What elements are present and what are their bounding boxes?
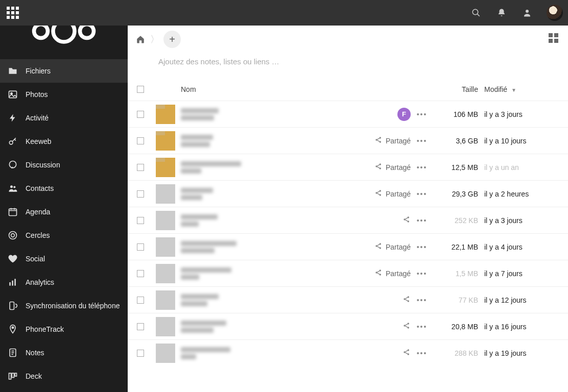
breadcrumb-separator: 〉 [150, 33, 159, 45]
file-row[interactable]: ••• 288 KB il y a 19 jours [128, 339, 568, 366]
file-row[interactable]: Partagé ••• 22,1 MB il y a 4 jours [128, 233, 568, 260]
top-bar [0, 0, 568, 26]
sidebar-item-keeweb[interactable]: Keeweb [0, 130, 128, 153]
file-thumb [156, 264, 175, 283]
file-row[interactable]: Partagé ••• 1,5 MB il y a 7 jours [128, 260, 568, 286]
file-date: il y a 4 jours [484, 243, 561, 251]
row-more-button[interactable]: ••• [417, 243, 428, 251]
sidebar-item-label: Deck [26, 372, 42, 380]
row-more-button[interactable]: ••• [417, 296, 428, 304]
row-checkbox[interactable] [137, 243, 144, 251]
row-checkbox[interactable] [137, 217, 144, 224]
apps-grid-icon [7, 7, 19, 19]
select-all-checkbox[interactable] [137, 86, 144, 93]
share-icon[interactable] [403, 215, 411, 225]
sidebar-item-analytics[interactable]: Analytics [0, 271, 128, 294]
share-avatar[interactable]: F [397, 108, 411, 121]
file-date: il y a 2 heures [484, 190, 561, 198]
sidebar-item-fichiers[interactable]: Fichiers [0, 59, 128, 83]
file-name-redacted [181, 347, 230, 359]
svg-point-16 [9, 232, 17, 239]
row-checkbox[interactable] [137, 323, 144, 330]
svg-rect-18 [9, 282, 11, 286]
sidebar-item-cercles[interactable]: Cercles [0, 224, 128, 247]
column-header-modified[interactable]: Modifié [484, 85, 507, 93]
group-icon [7, 183, 18, 194]
file-thumb [156, 184, 175, 204]
sidebar-item-phonetrack[interactable]: PhoneTrack [0, 317, 128, 341]
file-list: Nom Taille Modifié ▼ F ••• 106 MB il y a… [128, 78, 568, 392]
row-checkbox[interactable] [137, 270, 144, 277]
share-icon[interactable] [374, 242, 383, 252]
view-toggle-grid[interactable] [549, 33, 561, 45]
file-row[interactable]: ••• 77 KB il y a 12 jours [128, 286, 568, 313]
file-name-redacted [181, 108, 219, 120]
row-checkbox[interactable] [137, 190, 144, 198]
share-icon[interactable] [374, 268, 383, 278]
file-thumb [156, 317, 175, 336]
svg-rect-19 [12, 281, 13, 286]
sidebar-item-notes[interactable]: Notes [0, 341, 128, 364]
row-checkbox[interactable] [137, 350, 144, 357]
sidebar-item-contacts[interactable]: Contacts [0, 177, 128, 200]
file-thumb [156, 211, 175, 230]
row-checkbox[interactable] [137, 137, 144, 144]
breadcrumb-home[interactable] [135, 34, 146, 45]
share-label: Partagé [386, 243, 411, 251]
chart-icon [7, 277, 18, 288]
sidebar-item-agenda[interactable]: Agenda [0, 200, 128, 224]
column-header-name[interactable]: Nom [181, 85, 196, 93]
file-name-redacted [181, 321, 226, 333]
sidebar-item-photos[interactable]: Photos [0, 83, 128, 106]
file-row[interactable]: Partagé ••• 3,6 GB il y a 10 jours [128, 127, 568, 154]
share-icon[interactable] [374, 162, 383, 172]
file-list-header: Nom Taille Modifié ▼ [128, 78, 568, 101]
file-row[interactable]: Partagé ••• 12,5 MB il y a un an [128, 154, 568, 180]
notifications-button[interactable] [491, 3, 512, 23]
share-icon[interactable] [374, 189, 383, 199]
file-row[interactable]: F ••• 106 MB il y a 3 jours [128, 101, 568, 127]
share-icon[interactable] [403, 295, 411, 305]
file-row[interactable]: ••• 20,8 MB il y a 16 jours [128, 313, 568, 339]
bolt-icon [7, 112, 18, 124]
sidebar-item-deck[interactable]: Deck [0, 364, 128, 388]
file-name-redacted [181, 135, 213, 147]
row-checkbox[interactable] [137, 297, 144, 304]
row-more-button[interactable]: ••• [417, 137, 428, 145]
notes-hint[interactable]: Ajoutez des notes, listes ou liens … [128, 53, 568, 78]
apps-menu-button[interactable] [5, 5, 20, 20]
sidebar-item-label: Cercles [26, 231, 50, 239]
row-more-button[interactable]: ••• [417, 163, 428, 172]
search-button[interactable] [466, 3, 486, 23]
folder-icon [156, 158, 175, 177]
file-date: il y a un an [484, 163, 561, 172]
svg-point-3 [34, 24, 48, 38]
contacts-menu-button[interactable] [517, 3, 537, 23]
row-checkbox[interactable] [137, 164, 144, 171]
sidebar-item-label: Agenda [26, 208, 50, 216]
column-header-size[interactable]: Taille [462, 85, 478, 93]
file-date: il y a 10 jours [484, 137, 561, 145]
row-more-button[interactable]: ••• [417, 110, 428, 118]
share-icon[interactable] [374, 136, 383, 145]
row-more-button[interactable]: ••• [417, 349, 428, 357]
sidebar-item-synchronisation-du-téléphone[interactable]: Synchronisation du téléphone [0, 294, 128, 317]
file-date: il y a 16 jours [484, 323, 561, 331]
file-size: 29,3 GB [433, 190, 484, 198]
row-more-button[interactable]: ••• [417, 323, 428, 331]
row-checkbox[interactable] [137, 111, 144, 118]
svg-point-11 [13, 186, 15, 188]
row-more-button[interactable]: ••• [417, 190, 428, 198]
row-more-button[interactable]: ••• [417, 216, 428, 225]
user-avatar[interactable] [547, 5, 563, 21]
new-button[interactable]: + [163, 31, 181, 48]
sidebar-item-discussion[interactable]: Discussion [0, 153, 128, 177]
share-icon[interactable] [403, 348, 411, 358]
sidebar-item-social[interactable]: Social [0, 247, 128, 271]
file-row[interactable]: ••• 252 KB il y a 3 jours [128, 207, 568, 233]
share-icon[interactable] [403, 322, 411, 331]
file-row[interactable]: Partagé ••• 29,3 GB il y a 2 heures [128, 180, 568, 207]
row-more-button[interactable]: ••• [417, 270, 428, 278]
sidebar-item-activité[interactable]: Activité [0, 106, 128, 130]
sidebar: Fichiers Photos Activité Keeweb Discussi… [0, 0, 128, 392]
